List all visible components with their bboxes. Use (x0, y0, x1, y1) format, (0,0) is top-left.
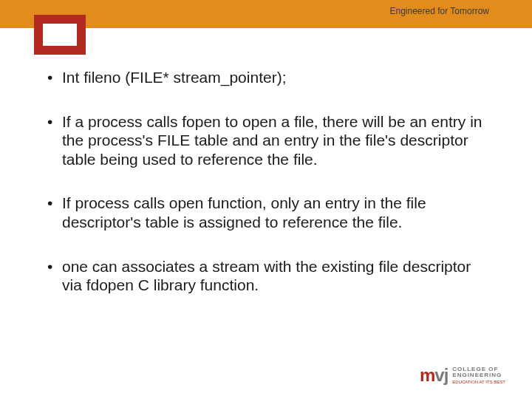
header-tagline: Engineered for Tomorrow (389, 6, 489, 16)
logo-mark: mvj (420, 365, 448, 386)
bullet-item: If a process calls fopen to open a file,… (44, 112, 491, 169)
footer-logo: mvj COLLEGE OF ENGINEERING EDUCATION AT … (420, 365, 505, 386)
logo-text-line3: EDUCATION AT ITS BEST (452, 380, 505, 384)
bullet-item: If process calls open function, only an … (44, 194, 491, 231)
logo-text: COLLEGE OF ENGINEERING EDUCATION AT ITS … (452, 366, 505, 384)
bullet-list: Int fileno (FILE* stream_pointer); If a … (44, 68, 491, 295)
content-area: Int fileno (FILE* stream_pointer); If a … (44, 68, 491, 320)
bullet-item: Int fileno (FILE* stream_pointer); (44, 68, 491, 87)
logo-letter-m: m (420, 365, 434, 385)
slide: Engineered for Tomorrow Int fileno (FILE… (0, 0, 532, 399)
logo-text-line2: ENGINEERING (452, 372, 505, 378)
bullet-item: one can associates a stream with the exi… (44, 257, 491, 295)
header-notch-inner (43, 24, 77, 46)
logo-letter-vj: vj (434, 365, 448, 385)
